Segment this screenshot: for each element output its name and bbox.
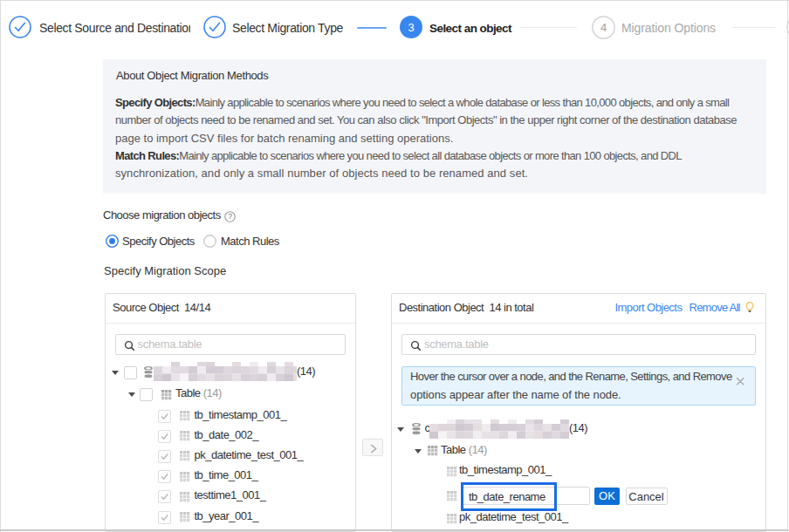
svg-text:4: 4 — [600, 21, 607, 34]
svg-text:3: 3 — [408, 21, 414, 34]
svg-text:?: ? — [228, 212, 232, 221]
